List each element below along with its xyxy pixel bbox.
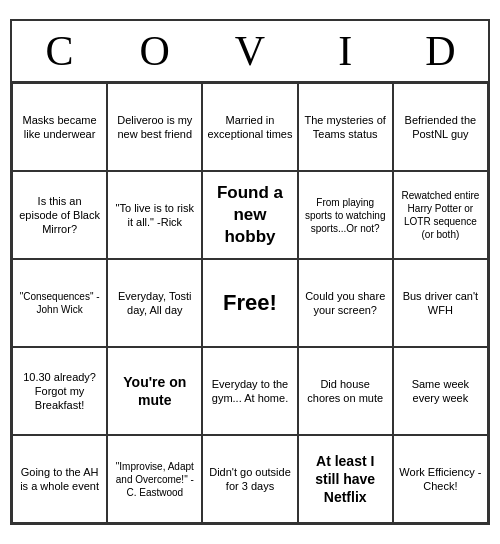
bingo-cell-7[interactable]: Found a new hobby: [202, 171, 297, 259]
bingo-cell-13[interactable]: Could you share your screen?: [298, 259, 393, 347]
bingo-cell-11[interactable]: Everyday, Tosti day, All day: [107, 259, 202, 347]
bingo-cell-14[interactable]: Bus driver can't WFH: [393, 259, 488, 347]
bingo-cell-10[interactable]: "Consequences" - John Wick: [12, 259, 107, 347]
bingo-cell-1[interactable]: Deliveroo is my new best friend: [107, 83, 202, 171]
title-letter-D: D: [393, 27, 488, 75]
bingo-cell-6[interactable]: "To live is to risk it all." -Rick: [107, 171, 202, 259]
bingo-cell-12[interactable]: Free!: [202, 259, 297, 347]
bingo-cell-24[interactable]: Work Efficiency - Check!: [393, 435, 488, 523]
bingo-cell-15[interactable]: 10.30 already? Forgot my Breakfast!: [12, 347, 107, 435]
title-letter-O: O: [107, 27, 202, 75]
bingo-cell-16[interactable]: You're on mute: [107, 347, 202, 435]
bingo-cell-19[interactable]: Same week every week: [393, 347, 488, 435]
title-letter-I: I: [298, 27, 393, 75]
bingo-cell-22[interactable]: Didn't go outside for 3 days: [202, 435, 297, 523]
bingo-cell-17[interactable]: Everyday to the gym... At home.: [202, 347, 297, 435]
bingo-cell-5[interactable]: Is this an episode of Black Mirror?: [12, 171, 107, 259]
title-letter-C: C: [12, 27, 107, 75]
bingo-cell-18[interactable]: Did house chores on mute: [298, 347, 393, 435]
bingo-cell-8[interactable]: From playing sports to watching sports..…: [298, 171, 393, 259]
bingo-cell-21[interactable]: "Improvise, Adapt and Overcome!" - C. Ea…: [107, 435, 202, 523]
bingo-cell-0[interactable]: Masks became like underwear: [12, 83, 107, 171]
bingo-cell-20[interactable]: Going to the AH is a whole event: [12, 435, 107, 523]
bingo-grid: Masks became like underwearDeliveroo is …: [12, 83, 488, 523]
title-letter-V: V: [202, 27, 297, 75]
bingo-cell-23[interactable]: At least I still have Netflix: [298, 435, 393, 523]
bingo-cell-9[interactable]: Rewatched entire Harry Potter or LOTR se…: [393, 171, 488, 259]
bingo-cell-2[interactable]: Married in exceptional times: [202, 83, 297, 171]
bingo-card: COVID Masks became like underwearDeliver…: [10, 19, 490, 525]
bingo-cell-4[interactable]: Befriended the PostNL guy: [393, 83, 488, 171]
bingo-cell-3[interactable]: The mysteries of Teams status: [298, 83, 393, 171]
bingo-title: COVID: [12, 21, 488, 83]
